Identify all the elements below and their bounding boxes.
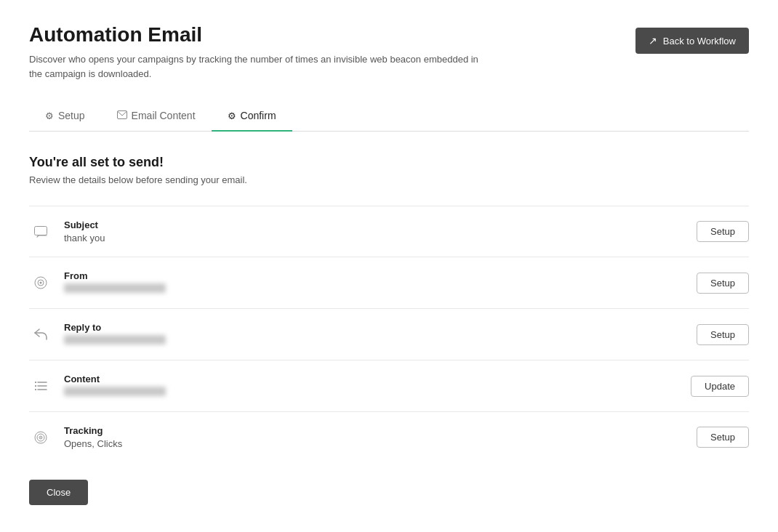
tracking-icon — [29, 431, 52, 444]
svg-point-4 — [40, 282, 42, 284]
confirm-tab-icon: ⚙ — [228, 110, 236, 121]
confirm-heading: You're all set to send! — [29, 155, 749, 170]
email-content-tab-label: Email Content — [132, 110, 196, 121]
from-row: From Setup — [29, 257, 749, 308]
svg-rect-8 — [35, 382, 36, 383]
page-title: Automation Email — [29, 23, 480, 47]
tracking-label: Tracking — [64, 425, 685, 436]
subject-value: thank you — [64, 233, 685, 243]
back-arrow-icon: ↗ — [649, 35, 657, 47]
from-setup-button[interactable]: Setup — [697, 273, 749, 294]
content-value-redacted — [64, 387, 166, 396]
content-action: Update — [691, 376, 749, 397]
reply-to-content: Reply to — [64, 322, 685, 347]
from-action: Setup — [697, 273, 749, 294]
svg-rect-9 — [35, 385, 36, 387]
from-icon — [29, 276, 52, 289]
email-content-tab-icon — [117, 110, 127, 121]
tab-email-content[interactable]: Email Content — [101, 101, 212, 132]
tab-confirm[interactable]: ⚙ Confirm — [212, 101, 292, 132]
from-content: From — [64, 270, 685, 295]
tracking-setup-button[interactable]: Setup — [697, 427, 749, 448]
content-icon — [29, 380, 52, 392]
tabs-row: ⚙ Setup Email Content ⚙ Confirm — [29, 101, 749, 132]
reply-to-value-redacted — [64, 335, 166, 344]
svg-rect-10 — [35, 389, 36, 390]
tracking-value: Opens, Clicks — [64, 438, 685, 449]
confirm-subtext: Review the details below before sending … — [29, 174, 749, 185]
page-container: Automation Email Discover who opens your… — [0, 0, 778, 532]
subject-content: Subject thank you — [64, 219, 685, 243]
confirm-section: You're all set to send! Review the detai… — [29, 155, 749, 462]
from-label: From — [64, 270, 685, 281]
page-subtitle: Discover who opens your campaigns by tra… — [29, 52, 480, 81]
from-value-redacted — [64, 283, 166, 293]
back-button-label: Back to Workflow — [663, 36, 736, 47]
content-label: Content — [64, 374, 679, 384]
content-update-button[interactable]: Update — [691, 376, 749, 397]
confirm-tab-label: Confirm — [241, 110, 276, 121]
header-area: Automation Email Discover who opens your… — [29, 23, 749, 81]
svg-point-14 — [40, 437, 41, 438]
reply-to-setup-button[interactable]: Setup — [697, 324, 749, 345]
close-button[interactable]: Close — [29, 480, 88, 505]
content-content: Content — [64, 374, 679, 398]
header-left: Automation Email Discover who opens your… — [29, 23, 480, 81]
subject-icon — [29, 226, 52, 238]
tab-setup[interactable]: ⚙ Setup — [29, 101, 101, 132]
reply-to-icon — [29, 329, 52, 340]
subject-action: Setup — [697, 221, 749, 242]
svg-rect-1 — [35, 226, 47, 235]
svg-rect-0 — [117, 110, 127, 118]
reply-to-action: Setup — [697, 324, 749, 345]
setup-tab-icon: ⚙ — [45, 110, 54, 121]
setup-tab-label: Setup — [58, 110, 85, 121]
subject-row: Subject thank you Setup — [29, 206, 749, 257]
reply-to-label: Reply to — [64, 322, 685, 333]
back-to-workflow-button[interactable]: ↗ Back to Workflow — [635, 28, 749, 54]
tracking-action: Setup — [697, 427, 749, 448]
tracking-content: Tracking Opens, Clicks — [64, 425, 685, 449]
subject-setup-button[interactable]: Setup — [697, 221, 749, 242]
tracking-row: Tracking Opens, Clicks Setup — [29, 411, 749, 462]
subject-label: Subject — [64, 219, 685, 230]
content-row: Content Update — [29, 360, 749, 411]
reply-to-row: Reply to Setup — [29, 308, 749, 360]
